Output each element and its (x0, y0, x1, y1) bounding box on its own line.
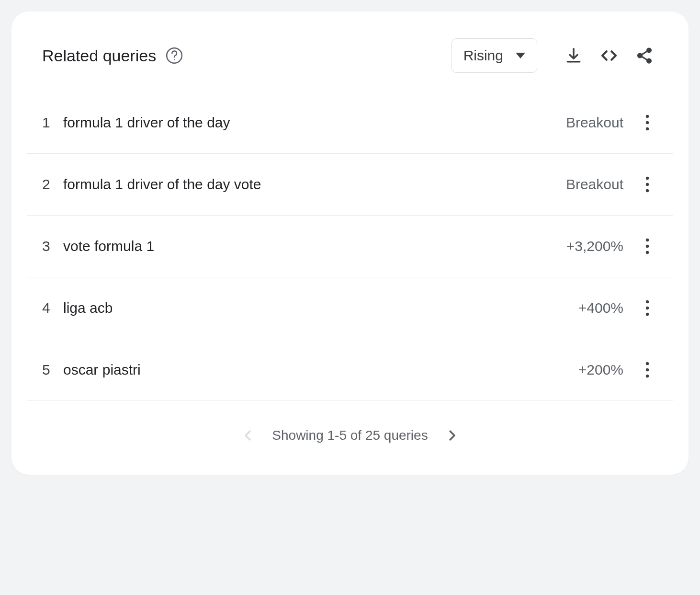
next-page-button[interactable] (441, 425, 463, 446)
query-value: Breakout (566, 114, 623, 131)
more-icon[interactable] (637, 112, 658, 133)
card-title: Related queries (42, 46, 156, 65)
svg-point-19 (646, 375, 649, 378)
query-row[interactable]: 4 liga acb +400% (27, 277, 673, 339)
pagination-footer: Showing 1-5 of 25 queries (11, 401, 689, 475)
svg-point-14 (646, 300, 649, 303)
query-value: +3,200% (566, 238, 623, 254)
svg-point-9 (646, 183, 649, 186)
svg-point-8 (646, 177, 649, 180)
query-rank: 1 (42, 114, 63, 131)
help-icon[interactable] (165, 46, 184, 65)
pagination-text: Showing 1-5 of 25 queries (272, 428, 428, 443)
svg-point-13 (646, 251, 649, 254)
query-value: Breakout (566, 176, 623, 193)
query-value: +400% (578, 300, 623, 316)
query-text: liga acb (63, 300, 578, 316)
query-row[interactable]: 2 formula 1 driver of the day vote Break… (27, 154, 673, 216)
query-text: formula 1 driver of the day vote (63, 176, 566, 193)
svg-point-7 (646, 127, 649, 130)
svg-point-16 (646, 313, 649, 316)
more-icon[interactable] (637, 359, 658, 380)
related-queries-card: Related queries Rising (11, 11, 689, 475)
dropdown-label: Rising (463, 47, 503, 64)
query-rank: 5 (42, 362, 63, 378)
more-icon[interactable] (637, 236, 658, 257)
more-icon[interactable] (637, 298, 658, 319)
query-rank: 2 (42, 176, 63, 193)
svg-point-15 (646, 307, 649, 309)
query-row[interactable]: 5 oscar piastri +200% (27, 339, 673, 401)
svg-point-5 (646, 115, 649, 118)
more-icon[interactable] (637, 174, 658, 195)
svg-point-17 (646, 362, 649, 365)
query-row[interactable]: 3 vote formula 1 +3,200% (27, 216, 673, 277)
query-text: vote formula 1 (63, 238, 566, 254)
svg-point-12 (646, 245, 649, 248)
query-value: +200% (578, 362, 623, 378)
query-text: oscar piastri (63, 362, 578, 378)
sort-dropdown[interactable]: Rising (452, 38, 537, 73)
query-rank: 4 (42, 300, 63, 316)
caret-down-icon (516, 53, 525, 58)
embed-icon[interactable] (596, 42, 622, 69)
svg-point-6 (646, 121, 649, 124)
download-icon[interactable] (560, 42, 587, 69)
svg-point-18 (646, 368, 649, 371)
card-header: Related queries Rising (11, 11, 689, 92)
share-icon[interactable] (631, 42, 658, 69)
query-row[interactable]: 1 formula 1 driver of the day Breakout (27, 92, 673, 154)
query-rank: 3 (42, 238, 63, 254)
svg-point-11 (646, 239, 649, 241)
svg-point-1 (174, 59, 175, 60)
query-text: formula 1 driver of the day (63, 114, 566, 131)
query-list: 1 formula 1 driver of the day Breakout 2… (11, 92, 689, 401)
prev-page-button (237, 425, 259, 446)
svg-point-10 (646, 189, 649, 192)
